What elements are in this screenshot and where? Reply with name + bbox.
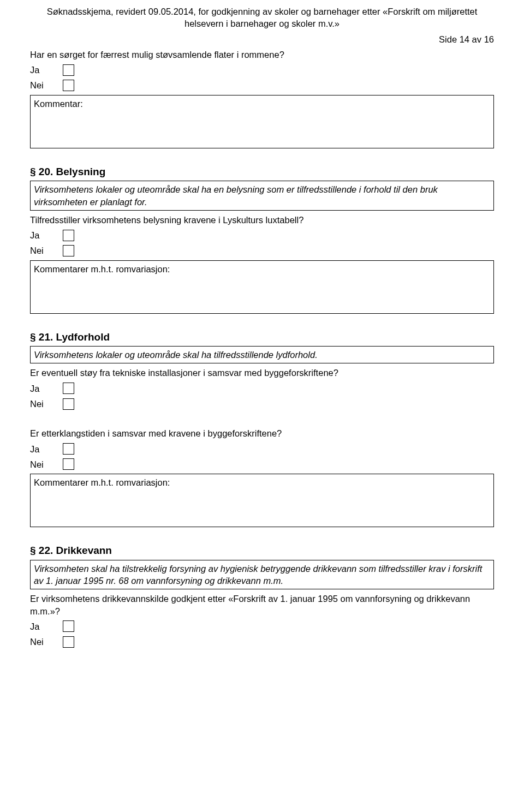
checkbox-nei[interactable] xyxy=(63,458,74,470)
section-20-heading: § 20. Belysning xyxy=(30,165,494,179)
checkbox-ja[interactable] xyxy=(63,230,74,241)
page-number: Side 14 av 16 xyxy=(30,33,494,45)
section-21-heading: § 21. Lydforhold xyxy=(30,330,494,344)
checkbox-nei[interactable] xyxy=(63,636,74,648)
option-nei-label: Nei xyxy=(30,244,53,256)
option-ja-label: Ja xyxy=(30,443,53,455)
option-ja-row: Ja xyxy=(30,443,494,455)
section-22-heading: § 22. Drikkevann xyxy=(30,544,494,558)
checkbox-nei[interactable] xyxy=(63,80,74,91)
comment-box[interactable]: Kommentarer m.h.t. romvariasjon: xyxy=(30,260,494,314)
option-ja-row: Ja xyxy=(30,229,494,241)
option-nei-label: Nei xyxy=(30,79,53,91)
checkbox-ja[interactable] xyxy=(63,443,74,455)
option-nei-row: Nei xyxy=(30,636,494,648)
comment-label: Kommentarer m.h.t. romvariasjon: xyxy=(34,264,170,274)
header-text: Søknadsskjema, revidert 09.05.2014, for … xyxy=(47,7,478,28)
option-ja-row: Ja xyxy=(30,383,494,395)
option-ja-label: Ja xyxy=(30,64,53,76)
option-ja-row: Ja xyxy=(30,64,494,76)
question-text: Har en sørget for færrest mulig støvsaml… xyxy=(30,49,494,61)
section-21-regulation: Virksomhetens lokaler og uteområde skal … xyxy=(30,346,494,363)
document-header: Søknadsskjema, revidert 09.05.2014, for … xyxy=(30,5,494,30)
comment-box[interactable]: Kommentarer m.h.t. romvariasjon: xyxy=(30,474,494,527)
comment-label: Kommentar: xyxy=(34,99,83,109)
option-ja-label: Ja xyxy=(30,229,53,241)
option-nei-label: Nei xyxy=(30,398,53,410)
option-nei-row: Nei xyxy=(30,244,494,256)
comment-label: Kommentarer m.h.t. romvariasjon: xyxy=(34,477,170,487)
section-20-q1: Tilfredsstiller virksomhetens belysning … xyxy=(30,214,494,226)
section-22-regulation: Virksomheten skal ha tilstrekkelig forsy… xyxy=(30,560,494,590)
option-nei-label: Nei xyxy=(30,458,53,470)
section-22-q1: Er virksomhetens drikkevannskilde godkje… xyxy=(30,593,494,617)
checkbox-nei[interactable] xyxy=(63,398,74,410)
section-20-regulation: Virksomhetens lokaler og uteområde skal … xyxy=(30,181,494,211)
option-ja-label: Ja xyxy=(30,383,53,395)
option-ja-row: Ja xyxy=(30,620,494,632)
section-21-q1: Er eventuell støy fra tekniske installas… xyxy=(30,367,494,379)
checkbox-ja[interactable] xyxy=(63,64,74,76)
section-21-q2: Er etterklangstiden i samsvar med kraven… xyxy=(30,427,494,439)
checkbox-nei[interactable] xyxy=(63,245,74,256)
question-dust-surfaces: Har en sørget for færrest mulig støvsaml… xyxy=(30,49,494,61)
checkbox-ja[interactable] xyxy=(63,620,74,632)
option-nei-row: Nei xyxy=(30,458,494,470)
comment-box[interactable]: Kommentar: xyxy=(30,95,494,148)
option-nei-row: Nei xyxy=(30,398,494,410)
option-nei-label: Nei xyxy=(30,636,53,648)
option-nei-row: Nei xyxy=(30,79,494,91)
checkbox-ja[interactable] xyxy=(63,383,74,394)
option-ja-label: Ja xyxy=(30,620,53,632)
